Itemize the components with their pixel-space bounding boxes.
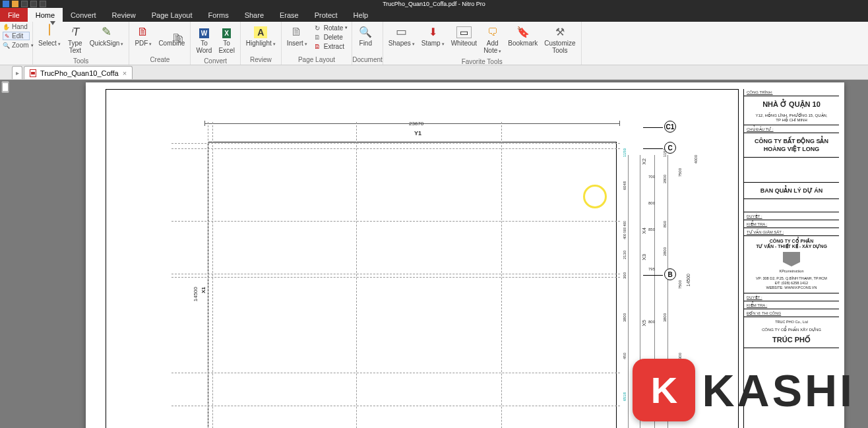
- bubble-c: C: [664, 142, 676, 154]
- rotate-button[interactable]: Rotate▾: [311, 23, 349, 32]
- grid-h5: [171, 277, 620, 278]
- pdf-icon: [137, 25, 149, 39]
- menu-home[interactable]: Home: [28, 8, 63, 22]
- customize-icon: [555, 25, 565, 39]
- excel-icon: [222, 25, 231, 39]
- find-button[interactable]: Find: [355, 23, 376, 48]
- select-button[interactable]: Select: [36, 23, 63, 49]
- toword-button[interactable]: To Word: [193, 23, 214, 55]
- owner-name: CÔNG TY BẤT ĐỘNG SẢN HOÀNG VIỆT LONG: [747, 135, 836, 156]
- grid-v1: [208, 122, 208, 428]
- qat-dropdown-icon[interactable]: [40, 1, 46, 7]
- customize-button[interactable]: Customize Tools: [542, 23, 578, 55]
- combine-button[interactable]: Combine: [156, 23, 187, 48]
- thumbnail-sidebar[interactable]: [1, 81, 9, 93]
- dim-top-value: 23670: [409, 121, 423, 127]
- menu-erase[interactable]: Erase: [272, 8, 307, 22]
- watermark: K KASHI: [633, 359, 855, 421]
- extract-button[interactable]: Extract: [311, 42, 349, 51]
- insert-button[interactable]: Insert: [284, 23, 310, 49]
- hand-tool[interactable]: Hand: [3, 23, 30, 30]
- pdf-file-icon: [30, 69, 36, 77]
- contractor-name: TRÚC PHỐ: [747, 333, 836, 346]
- ribbon-group-document: Find Document: [352, 22, 383, 65]
- consultant-logo-icon: [783, 252, 800, 266]
- group-label-tools: Tools: [33, 57, 129, 66]
- axis-x5: X5: [641, 320, 647, 326]
- watermark-logo-icon: K: [633, 359, 695, 421]
- ribbon-quickbar: Hand Edit Zoom▾: [0, 22, 33, 65]
- insert-icon: [291, 25, 303, 39]
- grid-h6: [171, 373, 620, 373]
- ribbon-group-create: PDF Combine Create: [129, 22, 191, 65]
- ban-ql: BAN QUẢN LÝ DỰ ÁN: [747, 184, 836, 197]
- qat-icon-2[interactable]: [30, 1, 37, 7]
- bubble-b: B: [664, 268, 676, 280]
- document-area[interactable]: 23670 Y1 14500 X1: [0, 80, 868, 428]
- qat-icons: [3, 1, 46, 7]
- qat-icon-1[interactable]: [21, 1, 28, 7]
- rotate-icon: [313, 24, 322, 32]
- title-bar: TrucPho_Quan10_Coffa.pdf - Nitro Pro: [0, 0, 868, 8]
- ribbon: Hand Edit Zoom▾ Select Type Text QuickSi…: [0, 22, 868, 65]
- quicksign-icon: [102, 24, 111, 39]
- shapes-icon: [396, 24, 407, 39]
- bubble-c1: C1: [664, 121, 676, 133]
- file-tab[interactable]: TrucPho_Quan10_Coffa ×: [24, 66, 133, 79]
- menu-review[interactable]: Review: [104, 8, 144, 22]
- stamp-icon: [429, 25, 437, 39]
- highlight-button[interactable]: Highlight: [243, 23, 278, 49]
- axis-y1: Y1: [414, 130, 421, 137]
- delete-button[interactable]: Delete: [311, 32, 349, 42]
- grid-v4: [501, 122, 502, 428]
- axis-x1: X1: [201, 287, 206, 293]
- shapes-button[interactable]: Shapes: [386, 23, 418, 49]
- side-tab[interactable]: ▸: [12, 66, 22, 79]
- menu-forms[interactable]: Forms: [200, 8, 236, 22]
- page-thumb[interactable]: [2, 82, 9, 92]
- ribbon-group-favorite: Shapes Stamp Whiteout Add Note Bookmark …: [383, 22, 582, 65]
- toexcel-button[interactable]: To Excel: [216, 23, 237, 55]
- save-icon[interactable]: [3, 1, 9, 7]
- ribbon-group-review: Highlight Review: [241, 22, 282, 65]
- highlight-icon: [254, 25, 267, 39]
- whiteout-button[interactable]: Whiteout: [449, 23, 480, 48]
- bookmark-icon: [516, 25, 530, 39]
- menu-share[interactable]: Share: [237, 8, 272, 22]
- window-title: TrucPho_Quan10_Coffa.pdf - Nitro Pro: [383, 1, 485, 7]
- group-label-document: Document: [352, 55, 383, 65]
- group-label-create: Create: [129, 55, 190, 65]
- tab-strip: ▸ TrucPho_Quan10_Coffa ×: [0, 65, 868, 80]
- grid-h2: [171, 148, 620, 149]
- addnote-icon: [487, 25, 498, 39]
- typetext-button[interactable]: Type Text: [65, 23, 86, 55]
- menu-pagelayout[interactable]: Page Layout: [144, 8, 201, 22]
- zoom-tool[interactable]: Zoom▾: [3, 42, 30, 49]
- stamp-button[interactable]: Stamp: [419, 23, 447, 49]
- typetext-icon: [71, 25, 79, 39]
- menu-file[interactable]: File: [0, 8, 28, 22]
- pdf-button[interactable]: PDF: [132, 23, 154, 49]
- highlight-circle: [583, 185, 607, 208]
- addnote-button[interactable]: Add Note: [481, 23, 504, 56]
- menu-help[interactable]: Help: [346, 8, 377, 22]
- edit-tool[interactable]: Edit: [3, 32, 30, 40]
- grid-h7: [171, 406, 620, 406]
- open-icon[interactable]: [12, 1, 18, 7]
- close-tab-icon[interactable]: ×: [123, 69, 127, 77]
- project-title: NHÀ Ở QUẬN 10: [747, 98, 836, 111]
- watermark-text: KASHI: [702, 365, 855, 416]
- find-icon: [359, 25, 372, 39]
- word-icon: [199, 25, 209, 39]
- axis-x3: X3: [641, 254, 647, 260]
- menu-protect[interactable]: Protect: [307, 8, 346, 22]
- quicksign-button[interactable]: QuickSign: [87, 23, 127, 49]
- select-icon: [47, 24, 52, 40]
- axis-x4: X4: [641, 228, 647, 234]
- menu-convert[interactable]: Convert: [63, 8, 104, 22]
- grid-h4: [171, 274, 620, 274]
- whiteout-icon: [456, 25, 472, 39]
- extract-icon: [313, 42, 322, 50]
- grid-h1: [171, 143, 620, 144]
- bookmark-button[interactable]: Bookmark: [505, 23, 540, 48]
